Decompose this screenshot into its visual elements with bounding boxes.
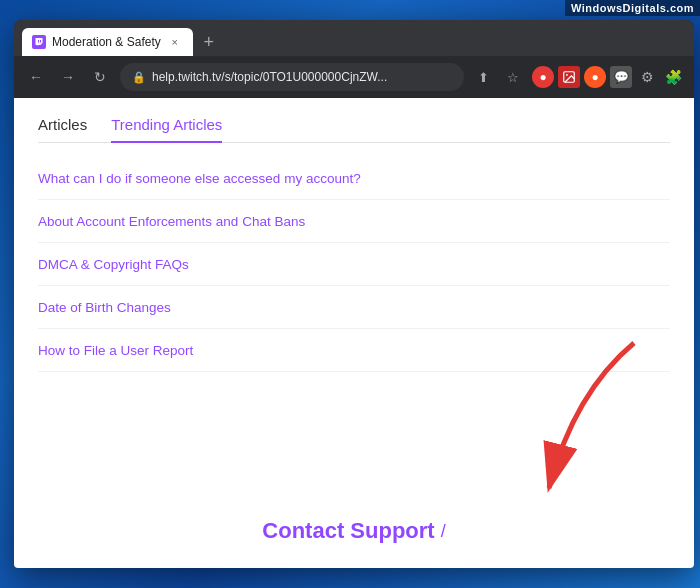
- article-item: About Account Enforcements and Chat Bans: [38, 200, 670, 243]
- tab-title: Moderation & Safety: [52, 35, 161, 49]
- reload-button[interactable]: ↻: [88, 65, 112, 89]
- svg-point-1: [566, 74, 568, 76]
- image-ext-icon[interactable]: [558, 66, 580, 88]
- address-input[interactable]: 🔒 help.twitch.tv/s/topic/0TO1U000000CjnZ…: [120, 63, 464, 91]
- article-item: Date of Birth Changes: [38, 286, 670, 329]
- share-button[interactable]: ⬆: [472, 66, 494, 88]
- article-list: What can I do if someone else accessed m…: [38, 157, 670, 372]
- puzzle-ext-icon[interactable]: 🧩: [662, 66, 684, 88]
- page-content: Articles Trending Articles What can I do…: [14, 98, 694, 568]
- article-link-5[interactable]: How to File a User Report: [38, 343, 193, 358]
- article-link-1[interactable]: What can I do if someone else accessed m…: [38, 171, 361, 186]
- tab-articles[interactable]: Articles: [38, 116, 87, 143]
- content-tabs: Articles Trending Articles: [38, 116, 670, 143]
- url-text: help.twitch.tv/s/topic/0TO1U000000CjnZW.…: [152, 70, 452, 84]
- lock-icon: 🔒: [132, 71, 146, 84]
- article-link-2[interactable]: About Account Enforcements and Chat Bans: [38, 214, 305, 229]
- article-item: DMCA & Copyright FAQs: [38, 243, 670, 286]
- article-item: What can I do if someone else accessed m…: [38, 157, 670, 200]
- record-ext-icon[interactable]: ●: [532, 66, 554, 88]
- browser-window: Moderation & Safety × + ← → ↻ 🔒 help.twi…: [14, 20, 694, 568]
- chat-ext-icon[interactable]: 💬: [610, 66, 632, 88]
- contact-support-arrow-icon: /: [441, 521, 446, 542]
- tab-trending-articles[interactable]: Trending Articles: [111, 116, 222, 143]
- article-link-3[interactable]: DMCA & Copyright FAQs: [38, 257, 189, 272]
- article-item: How to File a User Report: [38, 329, 670, 372]
- bookmark-button[interactable]: ☆: [502, 66, 524, 88]
- contact-support-link[interactable]: Contact Support: [262, 518, 434, 544]
- active-tab[interactable]: Moderation & Safety ×: [22, 28, 193, 56]
- stream-ext-icon[interactable]: ●: [584, 66, 606, 88]
- article-link-4[interactable]: Date of Birth Changes: [38, 300, 171, 315]
- page-inner: Articles Trending Articles What can I do…: [14, 98, 694, 568]
- new-tab-button[interactable]: +: [195, 28, 223, 56]
- address-bar: ← → ↻ 🔒 help.twitch.tv/s/topic/0TO1U0000…: [14, 56, 694, 98]
- contact-support-area: Contact Support /: [14, 518, 694, 544]
- tab-bar: Moderation & Safety × +: [14, 20, 694, 56]
- tab-close-button[interactable]: ×: [167, 34, 183, 50]
- extensions-area: ● ● 💬 ⚙ 🧩: [532, 66, 684, 88]
- forward-button[interactable]: →: [56, 65, 80, 89]
- tab-favicon: [32, 35, 46, 49]
- gear-ext-icon[interactable]: ⚙: [636, 66, 658, 88]
- watermark: WindowsDigitals.com: [565, 0, 700, 16]
- back-button[interactable]: ←: [24, 65, 48, 89]
